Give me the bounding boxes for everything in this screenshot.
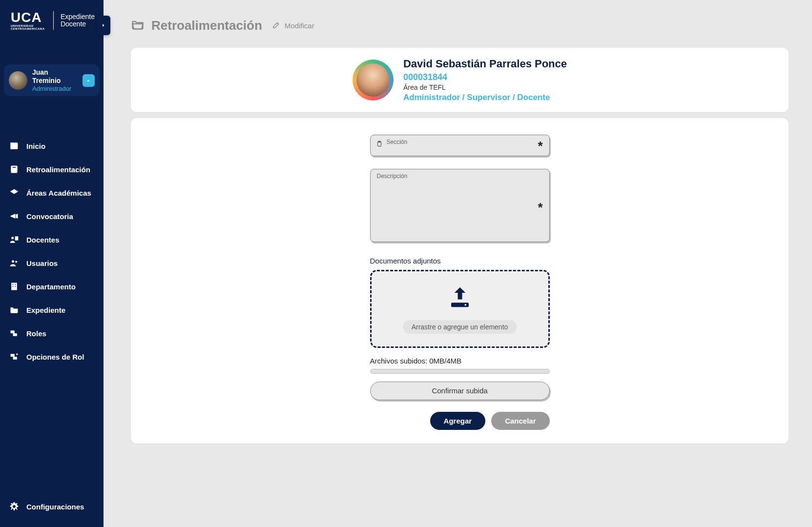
logo-divider — [53, 11, 54, 30]
profile-id: 000031844 — [403, 71, 567, 83]
svg-rect-5 — [15, 237, 19, 241]
section-input[interactable] — [370, 135, 550, 156]
svg-rect-15 — [11, 354, 15, 357]
svg-point-17 — [16, 354, 18, 355]
nav-item-departamento[interactable]: Departamento — [3, 276, 101, 297]
add-button[interactable]: Agregar — [430, 412, 486, 430]
nav-label: Departamento — [26, 283, 76, 291]
user-name: Juan Treminio — [32, 68, 78, 85]
nav-label: Usuarios — [26, 259, 58, 267]
nav-item-roles[interactable]: Roles — [3, 323, 101, 344]
dropzone-text: Arrastre o agregue un elemento — [403, 320, 517, 334]
edit-icon — [272, 20, 281, 31]
svg-point-4 — [11, 237, 14, 239]
profile-name: David Sebastián Parrales Ponce — [403, 57, 567, 71]
nav-item-configuraciones[interactable]: Configuraciones — [3, 496, 101, 517]
book-icon — [9, 164, 20, 174]
building-icon — [9, 282, 20, 291]
nav-item-usuarios[interactable]: Usuarios — [3, 252, 101, 274]
gradcap-icon — [9, 188, 20, 198]
svg-point-20 — [13, 505, 16, 508]
profile-area: Área de TEFL — [403, 83, 567, 92]
section-field: Sección * — [370, 135, 550, 156]
nav-label: Configuraciones — [26, 503, 84, 511]
nav-label: Áreas Académicas — [26, 189, 91, 197]
folder-open-icon — [131, 18, 145, 33]
nav-label: Retroalimentación — [26, 165, 90, 174]
svg-point-6 — [12, 260, 14, 263]
svg-rect-10 — [15, 284, 16, 285]
chevron-up-icon — [83, 74, 95, 87]
upload-progress — [370, 369, 550, 374]
svg-rect-1 — [11, 143, 14, 149]
sidebar: UCA UNIVERSIDAD CENTROAMERICANA Expedien… — [0, 0, 104, 527]
svg-rect-8 — [11, 283, 17, 290]
logo-uca: UCA UNIVERSIDAD CENTROAMERICANA — [11, 11, 46, 30]
svg-point-7 — [15, 261, 17, 263]
description-textarea[interactable] — [370, 169, 550, 242]
modify-label: Modificar — [285, 21, 314, 30]
teacher-icon — [9, 235, 20, 244]
roles-icon — [9, 328, 20, 338]
avatar — [9, 71, 27, 90]
svg-rect-11 — [13, 286, 14, 287]
confirm-upload-button[interactable]: Confirmar subida — [370, 382, 550, 400]
svg-rect-12 — [15, 286, 16, 287]
description-field: Descripción * — [370, 169, 550, 244]
svg-point-24 — [464, 304, 466, 306]
form-card: Sección * Descripción * Documentos adjun… — [131, 118, 789, 444]
brand-logo: UCA UNIVERSIDAD CENTROAMERICANA Expedien… — [0, 0, 104, 40]
svg-rect-2 — [11, 166, 17, 173]
page-header: Retroalimentación Modificar — [131, 18, 789, 33]
nav-item-inicio[interactable]: Inicio — [3, 135, 101, 157]
svg-rect-13 — [11, 330, 15, 333]
caret-right-icon — [101, 21, 106, 30]
file-dropzone[interactable]: Arrastre o agregue un elemento — [370, 270, 550, 348]
nav-item-docentes[interactable]: Docentes — [3, 229, 101, 250]
svg-rect-16 — [13, 357, 17, 360]
upload-status: Archivos subidos: 0MB/4MB — [370, 357, 550, 365]
cancel-button[interactable]: Cancelar — [491, 412, 549, 430]
clipboard-icon — [376, 141, 383, 149]
sidebar-bottom: Configuraciones — [0, 496, 104, 527]
nav-label: Opciones de Rol — [26, 353, 84, 361]
upload-icon — [447, 284, 473, 312]
profile-card: David Sebastián Parrales Ponce 000031844… — [131, 48, 789, 112]
nav-label: Expediente — [26, 306, 65, 314]
megaphone-icon — [9, 211, 20, 221]
nav-label: Docentes — [26, 236, 60, 244]
nav-item-retroalimentacion[interactable]: Retroalimentación — [3, 159, 101, 180]
required-asterisk: * — [538, 139, 542, 154]
home-icon — [9, 141, 20, 151]
page-title: Retroalimentación — [151, 18, 262, 33]
brand-name: UCA — [11, 11, 46, 24]
brand-subtitle: UNIVERSIDAD CENTROAMERICANA — [11, 24, 46, 30]
folder-icon — [9, 305, 20, 315]
sidebar-toggle-button[interactable] — [97, 16, 110, 35]
svg-rect-9 — [13, 284, 14, 285]
action-row: Agregar Cancelar — [370, 412, 550, 430]
user-menu[interactable]: Juan Treminio Administrador — [4, 64, 100, 96]
modify-action[interactable]: Modificar — [272, 20, 314, 31]
profile-avatar — [353, 60, 394, 101]
nav-label: Convocatoria — [26, 212, 73, 221]
required-asterisk: * — [538, 200, 542, 215]
main-content: Retroalimentación Modificar David Sebast… — [104, 0, 812, 527]
nav-item-opciones-rol[interactable]: Opciones de Rol — [3, 346, 101, 367]
attachments-label: Documentos adjuntos — [370, 257, 550, 265]
nav-item-areas[interactable]: Áreas Académicas — [3, 182, 101, 203]
nav-label: Roles — [26, 329, 46, 338]
gear-icon — [9, 502, 20, 511]
main-nav: Inicio Retroalimentación Áreas Académica… — [0, 135, 104, 367]
users-icon — [9, 258, 20, 268]
user-role: Administrador — [32, 85, 78, 93]
roleopts-icon — [9, 352, 20, 362]
nav-item-convocatoria[interactable]: Convocatoria — [3, 205, 101, 227]
nav-item-expediente[interactable]: Expediente — [3, 299, 101, 321]
nav-label: Inicio — [26, 142, 45, 150]
svg-rect-14 — [13, 333, 17, 336]
brand-product: Expediente Docente — [61, 13, 95, 28]
profile-roles: Administrador / Supervisor / Docente — [403, 92, 567, 103]
